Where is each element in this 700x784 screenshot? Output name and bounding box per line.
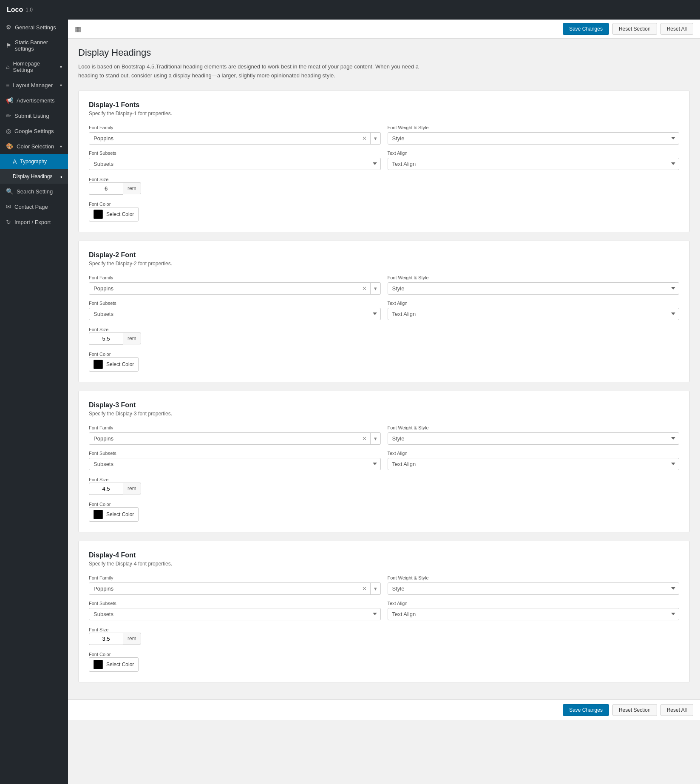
display3-header: Display-3 Font Specify the Display-3 fon…: [89, 401, 679, 417]
sidebar-item-label: Submit Listing: [14, 113, 49, 119]
edit-icon: ✏: [6, 112, 11, 119]
display4-font-weight-select[interactable]: Style: [388, 582, 680, 595]
display1-row2: Font Subsets Subsets Text Align Text Ali…: [89, 151, 679, 170]
sidebar-item-color-selection[interactable]: 🎨 Color Selection ▾: [0, 139, 68, 154]
sidebar-item-search-setting[interactable]: 🔍 Search Setting: [0, 184, 68, 199]
bottom-reset-section-button[interactable]: Reset Section: [612, 704, 657, 716]
display1-font-family-input[interactable]: [89, 133, 359, 144]
display1-color-select-button[interactable]: Select Color: [89, 207, 139, 222]
display3-clear-icon[interactable]: ✕: [359, 433, 371, 444]
display3-font-subsets-group: Font Subsets Subsets: [89, 451, 381, 470]
display4-text-align-select[interactable]: Text Align: [388, 608, 680, 620]
display2-font-family-group: Font Family ✕ ▾: [89, 275, 381, 295]
sidebar-item-label: Layout Manager: [13, 82, 53, 88]
display3-text-align-select[interactable]: Text Align: [388, 458, 680, 470]
display3-font-size-input[interactable]: [89, 483, 123, 495]
display2-font-size-unit: rem: [123, 332, 141, 344]
sidebar-item-label: Static Banner settings: [15, 39, 62, 52]
sidebar-item-label: Contact Page: [14, 204, 48, 210]
display3-font-weight-select[interactable]: Style: [388, 432, 680, 445]
display3-row2: Font Subsets Subsets Text Align Text Ali…: [89, 451, 679, 470]
sidebar-item-layout-manager[interactable]: ≡ Layout Manager ▾: [0, 77, 68, 93]
sidebar-item-label: Display Headings: [13, 173, 52, 179]
save-changes-button[interactable]: Save Changes: [563, 23, 609, 35]
display1-font-subsets-group: Font Subsets Subsets: [89, 151, 381, 170]
sidebar-item-label: Google Settings: [14, 128, 54, 134]
display2-font-size-group: Font Size rem: [89, 326, 679, 345]
color-icon: 🎨: [6, 143, 13, 150]
display1-font-family-label: Font Family: [89, 125, 381, 130]
sidebar-item-label: General Settings: [15, 24, 56, 31]
display4-font-family-input[interactable]: [89, 583, 359, 594]
sidebar-item-general-settings[interactable]: ⚙ General Settings: [0, 20, 68, 35]
display1-color-select-label: Select Color: [106, 211, 134, 217]
display2-font-subsets-select[interactable]: Subsets: [89, 308, 381, 320]
display4-title: Display-4 Font: [89, 551, 679, 559]
sidebar-item-static-banner[interactable]: ⚑ Static Banner settings: [0, 35, 68, 56]
display3-section: Display-3 Font Specify the Display-3 fon…: [78, 391, 690, 532]
display4-header: Display-4 Font Specify the Display-4 fon…: [89, 551, 679, 567]
sidebar-item-google-settings[interactable]: ◎ Google Settings: [0, 123, 68, 139]
display1-font-subsets-select[interactable]: Subsets: [89, 158, 381, 170]
display4-font-size-input[interactable]: [89, 633, 123, 645]
display4-desc: Specify the Display-4 font properties.: [89, 561, 679, 567]
import-export-icon: ↻: [6, 219, 11, 225]
display2-font-family-input[interactable]: [89, 283, 359, 294]
display3-font-size-label: Font Size: [89, 477, 108, 482]
display2-clear-icon[interactable]: ✕: [359, 283, 371, 294]
display1-dropdown-icon[interactable]: ▾: [371, 133, 380, 144]
display4-font-size-label: Font Size: [89, 627, 108, 632]
display3-row1: Font Family ✕ ▾ Font Weight & Style Styl…: [89, 425, 679, 445]
display2-font-color-group: Font Color Select Color: [89, 351, 679, 372]
display3-font-color-label: Font Color: [89, 502, 111, 507]
display2-dropdown-icon[interactable]: ▾: [371, 283, 380, 294]
sidebar-item-advertisements[interactable]: 📢 Advertisements: [0, 93, 68, 108]
display4-font-color-label: Font Color: [89, 652, 111, 657]
page-description: Loco is based on Bootstrap 4.5.Tradition…: [78, 62, 427, 80]
display3-color-select-button[interactable]: Select Color: [89, 507, 139, 522]
grid-icon[interactable]: ▦: [75, 25, 81, 33]
sidebar-item-display-headings[interactable]: Display Headings ◂: [0, 169, 68, 184]
display2-text-align-group: Text Align Text Align: [388, 301, 680, 320]
display1-font-weight-select[interactable]: Style: [388, 132, 680, 145]
display1-text-align-label: Text Align: [388, 151, 680, 156]
display2-section: Display-2 Font Specify the Display-2 fon…: [78, 241, 690, 382]
display2-font-family-wrapper: ✕ ▾: [89, 282, 381, 295]
display2-header: Display-2 Font Specify the Display-2 fon…: [89, 251, 679, 267]
display3-font-family-input[interactable]: [89, 433, 359, 444]
display4-dropdown-icon[interactable]: ▾: [371, 583, 380, 594]
reset-section-button[interactable]: Reset Section: [612, 23, 657, 35]
display2-text-align-select[interactable]: Text Align: [388, 308, 680, 320]
display1-clear-icon[interactable]: ✕: [359, 133, 371, 144]
sidebar-item-homepage[interactable]: ⌂ Homepage Settings ▾: [0, 56, 68, 77]
display3-dropdown-icon[interactable]: ▾: [371, 433, 380, 444]
sidebar-item-contact-page[interactable]: ✉ Contact Page: [0, 199, 68, 214]
sidebar-item-typography[interactable]: A Typography: [0, 154, 68, 169]
display1-text-align-select[interactable]: Text Align: [388, 158, 680, 170]
bottom-save-changes-button[interactable]: Save Changes: [563, 704, 609, 716]
banner-icon: ⚑: [6, 42, 11, 49]
sidebar-item-label: Color Selection: [17, 143, 54, 150]
sidebar-item-import-export[interactable]: ↻ Import / Export: [0, 214, 68, 230]
sidebar-item-submit-listing[interactable]: ✏ Submit Listing: [0, 108, 68, 123]
display1-title: Display-1 Fonts: [89, 101, 679, 109]
display1-font-weight-group: Font Weight & Style Style: [388, 125, 680, 145]
display1-font-size-input[interactable]: [89, 182, 123, 195]
display4-color-select-button[interactable]: Select Color: [89, 657, 139, 672]
display3-font-subsets-select[interactable]: Subsets: [89, 458, 381, 470]
display4-clear-icon[interactable]: ✕: [359, 583, 371, 594]
display1-font-subsets-label: Font Subsets: [89, 151, 381, 156]
display2-font-weight-group: Font Weight & Style Style: [388, 275, 680, 295]
display3-title: Display-3 Font: [89, 401, 679, 409]
reset-all-button[interactable]: Reset All: [660, 23, 693, 35]
display2-text-align-label: Text Align: [388, 301, 680, 306]
display2-color-select-button[interactable]: Select Color: [89, 357, 139, 372]
display4-font-subsets-select[interactable]: Subsets: [89, 608, 381, 620]
display2-font-size-input[interactable]: [89, 332, 123, 345]
display4-font-family-wrapper: ✕ ▾: [89, 582, 381, 595]
chevron-down-icon: ▾: [60, 144, 62, 149]
display4-row1: Font Family ✕ ▾ Font Weight & Style Styl…: [89, 575, 679, 595]
bottom-reset-all-button[interactable]: Reset All: [660, 704, 693, 716]
display1-section: Display-1 Fonts Specify the Display-1 fo…: [78, 91, 690, 232]
display2-font-weight-select[interactable]: Style: [388, 282, 680, 295]
